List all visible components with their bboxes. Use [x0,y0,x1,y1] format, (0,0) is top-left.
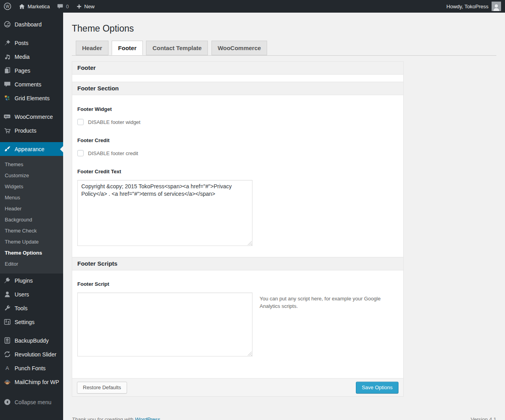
panel-action-bar: Restore Defaults Save Options [72,378,403,396]
wrench-icon [3,304,11,312]
sidebar-item-settings[interactable]: Settings [0,315,63,329]
admin-sidebar: Dashboard Posts Media [0,13,63,420]
wordpress-logo-menu[interactable]: W [0,0,15,13]
sidebar-item-background[interactable]: Background [0,214,63,225]
sidebar-item-plugins[interactable]: Plugins [0,274,63,287]
collapse-menu-button[interactable]: Collapse menu [0,395,63,409]
tab-header[interactable]: Header [76,41,108,55]
avatar [492,2,501,11]
woocommerce-badge-icon: Woo [3,113,11,120]
mailchimp-monkey-icon [3,378,11,386]
sidebar-item-customize[interactable]: Customize [0,170,63,181]
account-menu[interactable]: Howdy, TokoPress [447,0,505,13]
thanks-text: Thank you for creating with WordPress. [72,416,162,420]
admin-bar: W Marketica 0 [0,0,505,13]
sidebar-item-revolution-slider[interactable]: Revolution Slider [0,347,63,361]
sidebar-item-pages[interactable]: Pages [0,64,63,77]
comments-menu[interactable]: 0 [53,0,72,13]
restore-defaults-button[interactable]: Restore Defaults [77,382,127,394]
howdy-label: Howdy, TokoPress [447,4,488,9]
section-footer-section: Footer Section [72,82,403,95]
version-label: Version 4.1 [471,416,496,420]
site-name-menu[interactable]: Marketica [15,0,53,13]
sidebar-item-backupbuddy[interactable]: BackupBuddy [0,334,63,347]
section-footer-scripts: Footer Scripts [72,257,403,270]
sidebar-item-posts[interactable]: Posts [0,36,63,50]
sidebar-item-mailchimp[interactable]: MailChimp for WP [0,375,63,389]
tab-footer[interactable]: Footer [112,41,143,55]
disable-footer-widget-checkbox[interactable] [77,119,84,125]
sidebar-item-label: Products [15,127,36,134]
letter-a-icon: A [3,364,11,372]
sidebar-item-woocommerce[interactable]: Woo WooCommerce [0,110,63,124]
sidebar-item-products[interactable]: Products [0,124,63,137]
sidebar-item-label: BackupBuddy [15,337,49,344]
page-title: Theme Options [72,22,496,38]
media-note-icon [3,53,11,60]
footer-credit-label: Footer Credit [77,137,398,143]
sidebar-item-label: Appearance [15,146,45,153]
sidebar-item-label: Comments [15,81,41,88]
sidebar-item-themes[interactable]: Themes [0,159,63,170]
svg-text:Woo: Woo [5,115,9,118]
sidebar-item-label: Users [15,291,29,298]
save-options-button[interactable]: Save Options [356,382,398,394]
sidebar-item-media[interactable]: Media [0,50,63,64]
sidebar-item-label: Revolution Slider [15,351,56,358]
sidebar-item-appearance[interactable]: Appearance [0,142,63,156]
disable-footer-credit-checkbox[interactable] [77,150,84,156]
appearance-submenu: Themes Customize Widgets Menus Header Ba… [0,156,63,274]
sidebar-item-widgets[interactable]: Widgets [0,181,63,192]
sidebar-item-header[interactable]: Header [0,203,63,214]
sidebar-item-label: MailChimp for WP [15,379,59,386]
sidebar-item-comments[interactable]: Comments [0,77,63,91]
wordpress-link[interactable]: WordPress [135,416,160,420]
tab-contact-template[interactable]: Contact Template [146,41,208,55]
sidebar-item-menus[interactable]: Menus [0,192,63,203]
sidebar-item-theme-check[interactable]: Theme Check [0,225,63,236]
footer-section-content: Footer Widget DISABLE footer widget Foot… [72,106,403,257]
thanks-suffix: . [160,416,162,420]
paintbrush-icon [3,145,11,153]
sidebar-item-grid-elements[interactable]: Grid Elements [0,91,63,105]
comments-bubble-icon [3,81,11,88]
sidebar-item-label: Pages [15,67,30,74]
footer-widget-label: Footer Widget [77,106,398,112]
user-icon [3,291,11,298]
main-content: Theme Options Header Footer Contact Temp… [63,13,505,420]
settings-sliders-icon [3,318,11,326]
sidebar-item-punch-fonts[interactable]: A Punch Fonts [0,361,63,375]
plus-icon [76,4,82,9]
home-icon [19,3,25,10]
svg-text:A: A [6,365,9,371]
sidebar-item-users[interactable]: Users [0,287,63,301]
footer-credit-textarea[interactable]: Copyright &copy; 2015 TokoPress<span><a … [77,180,252,246]
footer-script-help-text: You can put any script here, for example… [260,295,383,310]
thanks-prefix: Thank you for creating with [72,416,135,420]
new-label: New [84,4,95,9]
site-name-label: Marketica [28,4,50,9]
tab-woocommerce[interactable]: WooCommerce [211,41,267,55]
sidebar-item-label: Grid Elements [15,95,50,102]
tab-bar: Header Footer Contact Template WooCommer… [72,41,496,56]
sidebar-item-label: WooCommerce [15,113,53,120]
sidebar-item-tools[interactable]: Tools [0,301,63,315]
footer-credit-text-label: Footer Credit Text [77,169,398,174]
disable-footer-widget-label: DISABLE footer widget [88,119,140,125]
footer-script-label: Footer Script [77,281,398,287]
sidebar-item-theme-update[interactable]: Theme Update [0,236,63,248]
sidebar-item-editor[interactable]: Editor [0,259,63,270]
sidebar-item-dashboard[interactable]: Dashboard [0,17,63,31]
collapse-arrow-icon [3,398,11,406]
sidebar-item-label: Punch Fonts [15,365,46,372]
panel-title-footer: Footer [72,62,403,75]
footer-scripts-content: Footer Script You can put any script her… [72,281,403,378]
footer-credit-checkbox-row: DISABLE footer credit [77,150,398,156]
new-content-menu[interactable]: New [73,0,98,13]
grid-elements-pinwheel-icon [3,94,11,102]
footer-script-textarea[interactable] [77,292,252,356]
sidebar-item-label: Plugins [15,277,33,284]
pages-icon [3,67,11,74]
sidebar-item-theme-options[interactable]: Theme Options [0,248,63,259]
sidebar-item-label: Collapse menu [15,399,51,406]
